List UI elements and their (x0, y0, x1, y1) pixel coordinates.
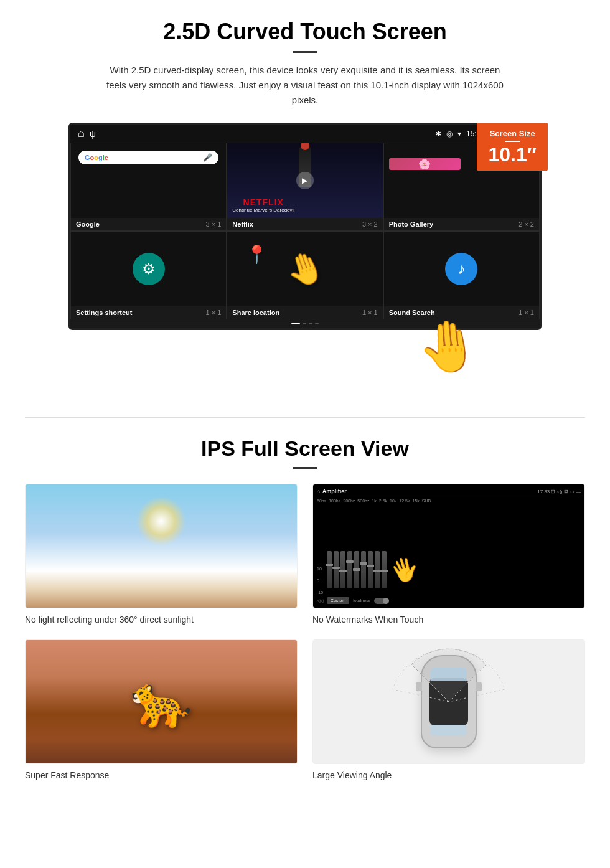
car-mirror-left (416, 682, 422, 691)
gallery-label-row: Photo Gallery 2 × 2 (384, 218, 539, 230)
amp-custom-btn[interactable]: Custom (327, 597, 349, 604)
amp-home: ⌂ (317, 489, 320, 494)
amp-slider-2[interactable] (334, 551, 339, 588)
amp-slider-8[interactable] (375, 551, 380, 588)
netflix-app-size: 3 × 2 (362, 220, 378, 228)
amp-slider-3[interactable] (340, 551, 345, 588)
app-grid: Google 🎤 Google 3 × 1 (70, 143, 540, 319)
watermark-label: No Watermarks When Touch (312, 615, 585, 625)
netflix-app-name: Netflix (232, 220, 253, 228)
section2-title: IPS Full Screen View (25, 436, 585, 461)
google-app-name: Google (76, 220, 100, 228)
section2-underline (293, 467, 317, 469)
car-rear-window (431, 725, 467, 736)
section1-title: 2.5D Curved Touch Screen (37, 19, 573, 45)
hand-icon: 🤚 (281, 245, 329, 293)
netflix-label-row: Netflix 3 × 2 (227, 218, 382, 230)
share-label-row: Share location 1 × 1 (227, 306, 382, 319)
gallery-app-name: Photo Gallery (389, 220, 434, 228)
dot-3 (309, 323, 312, 324)
settings-app-name: Settings shortcut (76, 309, 132, 316)
screen-size-label: Screen Size (490, 129, 535, 138)
section-curved-screen: 2.5D Curved Touch Screen With 2.5D curve… (0, 0, 610, 392)
share-thumb: 📍 🤚 (227, 232, 382, 306)
amplifier-img: ⌂ Amplifier 17:33 ⊡ ◁) ⊠ ▭ — 60hz100hz20… (312, 484, 585, 608)
features-grid: No light reflecting under 360° direct su… (25, 484, 585, 780)
netflix-bg: ▶ NETFLIX Continue Marvel's Daredevil (227, 143, 382, 218)
angle-label: Large Viewing Angle (312, 770, 585, 780)
feature-watermark: ⌂ Amplifier 17:33 ⊡ ◁) ⊠ ▭ — 60hz100hz20… (312, 484, 585, 625)
amp-header: ⌂ Amplifier 17:33 ⊡ ◁) ⊠ ▭ — (317, 488, 581, 496)
amp-back: ◁◁ (317, 598, 323, 603)
amp-slider-7[interactable] (368, 551, 373, 588)
title-underline (293, 51, 317, 53)
amp-slider-1[interactable] (327, 551, 332, 588)
car-body (421, 655, 477, 748)
google-app-size: 3 × 1 (206, 220, 222, 228)
sunlight-img (25, 484, 298, 608)
share-app-size: 1 × 1 (362, 309, 378, 316)
sound-app-name: Sound Search (389, 309, 435, 316)
fast-label: Super Fast Response (25, 770, 298, 780)
device-mockup: Screen Size 10.1″ ⌂ ψ ✱ ◎ ▾ 15:06 ⊡ ◁) ⊠… (68, 123, 542, 380)
section1-description: With 2.5D curved-display screen, this de… (106, 63, 504, 108)
play-button[interactable]: ▶ (296, 172, 314, 189)
google-thumb: Google 🎤 (71, 143, 226, 218)
app-cell-settings[interactable]: ⚙ Settings shortcut 1 × 1 (70, 231, 227, 319)
cheetah-emoji: 🐆 (130, 672, 192, 731)
settings-label-row: Settings shortcut 1 × 1 (71, 306, 226, 319)
netflix-subtitle: Continue Marvel's Daredevil (232, 207, 294, 213)
amp-footer: ◁◁ Custom loudness (317, 597, 581, 604)
amp-sliders: 🖐 (327, 545, 581, 595)
gallery-mini-1: 🌸 (389, 158, 461, 170)
sun-glow (136, 496, 186, 546)
home-icon[interactable]: ⌂ (78, 127, 85, 140)
amp-slider-4[interactable] (347, 551, 352, 588)
location-icon: ◎ (446, 130, 453, 138)
feature-angle: Large Viewing Angle (312, 639, 585, 780)
amp-icons: 17:33 ⊡ ◁) ⊠ ▭ — (537, 489, 581, 494)
netflix-logo: NETFLIX (232, 197, 294, 207)
cheetah-img: 🐆 (25, 639, 298, 764)
settings-icon: ⚙ (133, 253, 165, 285)
app-cell-sound[interactable]: ♪ Sound Search 1 × 1 (383, 231, 540, 319)
music-icon: ♪ (445, 253, 477, 285)
google-search-bar[interactable]: Google 🎤 (78, 151, 218, 164)
amp-slider-5[interactable] (354, 551, 359, 588)
app-cell-google[interactable]: Google 🎤 Google 3 × 1 (70, 143, 227, 231)
settings-app-size: 1 × 1 (206, 309, 222, 316)
car-img (312, 639, 585, 764)
amp-screen: ⌂ Amplifier 17:33 ⊡ ◁) ⊠ ▭ — 60hz100hz20… (313, 484, 584, 608)
amp-slider-9[interactable] (382, 551, 387, 588)
sunlight-label: No light reflecting under 360° direct su… (25, 615, 298, 625)
amp-loudness-label: loudness (353, 598, 370, 603)
daredevil-head (301, 143, 309, 150)
badge-dash (505, 141, 520, 142)
app-cell-share[interactable]: 📍 🤚 Share location 1 × 1 (227, 231, 383, 319)
dot-1 (291, 323, 300, 324)
screen-size-badge: Screen Size 10.1″ (477, 123, 548, 171)
gallery-app-size: 2 × 2 (518, 220, 534, 228)
hand-below-wrapper: 🤚 (68, 330, 542, 380)
amp-slider-6[interactable] (361, 551, 366, 588)
amp-scale: 100-10 (317, 567, 323, 595)
share-app-name: Share location (232, 309, 279, 316)
netflix-thumb: ▶ NETFLIX Continue Marvel's Daredevil (227, 143, 382, 218)
sound-app-size: 1 × 1 (518, 309, 534, 316)
amp-bars-container: 100-10 🖐 (317, 506, 581, 595)
app-cell-netflix[interactable]: ▶ NETFLIX Continue Marvel's Daredevil Ne… (227, 143, 383, 231)
screen-size-number: 10.1″ (488, 144, 537, 164)
feature-fast: 🐆 Super Fast Response (25, 639, 298, 780)
amp-title: Amplifier (322, 488, 347, 494)
sound-thumb: ♪ (384, 232, 539, 306)
amp-toggle[interactable] (374, 598, 389, 604)
mic-icon[interactable]: 🎤 (203, 153, 212, 162)
settings-thumb: ⚙ (71, 232, 226, 306)
car-mirror-right (476, 682, 482, 691)
car-visual (313, 640, 584, 763)
amp-freq-labels: 60hz100hz200hz500hz1k2.5k10k12.5k15kSUB (317, 499, 581, 503)
touch-hand: 🖐 (387, 553, 423, 587)
google-logo: Google (85, 154, 108, 161)
car-cabin (429, 678, 468, 725)
status-bar: ⌂ ψ ✱ ◎ ▾ 15:06 ⊡ ◁) ⊠ ▭ (70, 125, 540, 143)
